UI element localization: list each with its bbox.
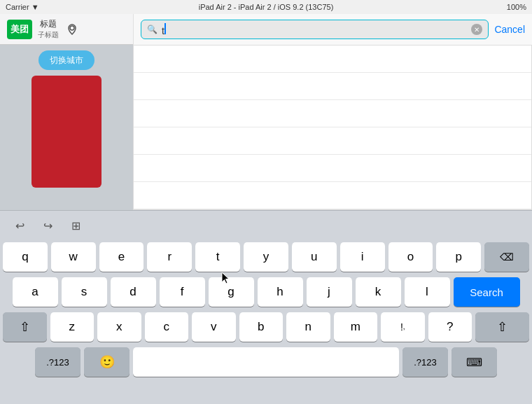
keyboard-row-3: ⇧ z x c v b n m !, ? ⇧: [3, 312, 529, 342]
key-e[interactable]: e: [99, 242, 144, 272]
key-w[interactable]: w: [51, 242, 96, 272]
keyboard-keys: q w e r t y u i o p ⌫ a s d f g h j k l …: [0, 241, 532, 377]
emoji-key[interactable]: 🙂: [84, 347, 130, 377]
keyboard-row-4: .?123 🙂 .?123 ⌨: [3, 347, 529, 377]
red-card: [31, 76, 102, 188]
key-a[interactable]: a: [13, 277, 58, 307]
search-overlay: 🔍 t ✕ Cancel: [133, 14, 532, 45]
carrier-text: Carrier ▼: [6, 3, 39, 11]
app-title-block: 标题 子标题: [38, 18, 59, 40]
backspace-key[interactable]: ⌫: [484, 242, 529, 272]
undo-button[interactable]: ↩: [8, 215, 31, 237]
app-area: 美团 标题 子标题 切换城市 🔍 t ✕ Cancel: [0, 14, 532, 210]
key-g[interactable]: g: [209, 277, 254, 307]
status-bar-left: Carrier ▼: [6, 3, 39, 11]
dropdown-row-2[interactable]: [134, 73, 531, 100]
key-b[interactable]: b: [239, 312, 284, 342]
key-r[interactable]: r: [147, 242, 192, 272]
city-switch-btn[interactable]: 切换城市: [38, 50, 94, 70]
dropdown-row-1[interactable]: [134, 46, 531, 73]
dropdown-row-5[interactable]: [134, 155, 531, 182]
numbers-key-right[interactable]: .?123: [402, 347, 448, 377]
cancel-button[interactable]: Cancel: [494, 24, 525, 35]
search-dropdown: [133, 45, 532, 210]
keyboard-row-1: q w e r t y u i o p ⌫: [3, 242, 529, 272]
key-u[interactable]: u: [292, 242, 337, 272]
search-key[interactable]: Search: [454, 277, 520, 307]
key-question[interactable]: ?: [428, 312, 472, 342]
numbers-key-left[interactable]: .?123: [35, 347, 80, 377]
key-j[interactable]: j: [307, 277, 352, 307]
dropdown-row-6: [134, 182, 531, 209]
key-d[interactable]: d: [111, 277, 156, 307]
shift-right-key[interactable]: ⇧: [475, 312, 529, 342]
key-t[interactable]: t: [195, 242, 240, 272]
paste-button[interactable]: ⊞: [64, 215, 87, 237]
app-title-sub: 子标题: [38, 30, 59, 40]
key-m[interactable]: m: [334, 312, 378, 342]
app-title-main: 标题: [40, 18, 57, 30]
status-bar-title: iPad Air 2 - iPad Air 2 / iOS 9.2 (13C75…: [199, 3, 334, 11]
key-exclaim[interactable]: !,: [381, 312, 425, 342]
app-logo: 美团: [7, 20, 32, 39]
key-z[interactable]: z: [50, 312, 94, 342]
app-bg-content: 切换城市: [0, 45, 133, 210]
key-s[interactable]: s: [62, 277, 107, 307]
redo-button[interactable]: ↪: [36, 215, 59, 237]
search-icon: 🔍: [147, 25, 158, 34]
shift-left-key[interactable]: ⇧: [3, 312, 47, 342]
location-icon[interactable]: [64, 22, 80, 37]
key-l[interactable]: l: [405, 277, 450, 307]
dropdown-row-4[interactable]: [134, 127, 531, 155]
key-y[interactable]: y: [244, 242, 288, 272]
key-k[interactable]: k: [356, 277, 401, 307]
svg-point-0: [70, 26, 74, 30]
key-x[interactable]: x: [97, 312, 141, 342]
status-bar: Carrier ▼ iPad Air 2 - iPad Air 2 / iOS …: [0, 0, 532, 14]
search-clear-button[interactable]: ✕: [471, 24, 482, 35]
keyboard-row-2: a s d f g h j k l Search: [3, 277, 529, 307]
space-key[interactable]: [133, 347, 399, 377]
key-i[interactable]: i: [340, 242, 385, 272]
search-input-container[interactable]: 🔍 t ✕: [141, 20, 489, 39]
key-q[interactable]: q: [3, 242, 48, 272]
key-p[interactable]: p: [436, 242, 481, 272]
search-input-value[interactable]: t: [162, 23, 467, 36]
keyboard-toolbar: ↩ ↪ ⊞: [0, 210, 532, 241]
keyboard-area: ↩ ↪ ⊞ q w e r t y u i o p ⌫ a s d f g h …: [0, 210, 532, 404]
key-o[interactable]: o: [388, 242, 433, 272]
key-c[interactable]: c: [145, 312, 189, 342]
battery-text: 100%: [507, 3, 526, 11]
dropdown-row-3[interactable]: [134, 100, 531, 127]
key-n[interactable]: n: [286, 312, 330, 342]
keyboard-switch-key[interactable]: ⌨: [451, 347, 497, 377]
key-v[interactable]: v: [192, 312, 236, 342]
key-h[interactable]: h: [258, 277, 303, 307]
key-f[interactable]: f: [160, 277, 205, 307]
